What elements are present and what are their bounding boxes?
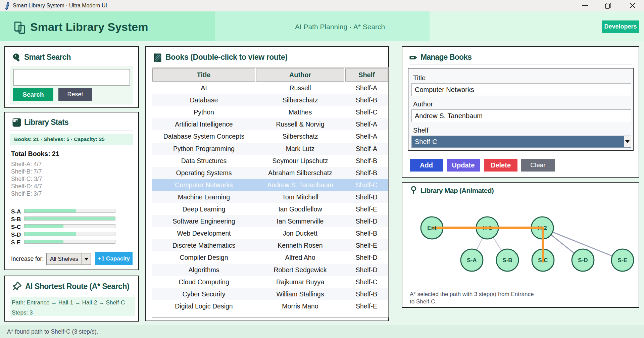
svg-text:S-D: S-D xyxy=(578,257,588,263)
svg-text:S-E: S-E xyxy=(618,257,627,263)
svg-text:Ent: Ent xyxy=(427,225,437,231)
svg-text:S-B: S-B xyxy=(502,257,512,263)
svg-text:S-A: S-A xyxy=(467,257,477,263)
